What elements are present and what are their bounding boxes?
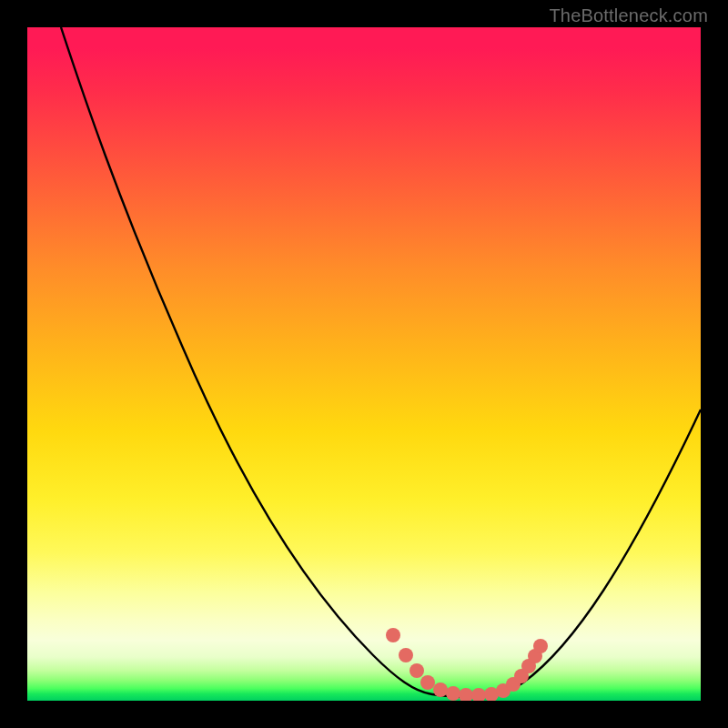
bottleneck-curve-svg [27,27,701,701]
chart-frame: TheBottleneck.com [0,0,728,728]
svg-point-4 [433,682,448,697]
bottleneck-curve [61,27,701,697]
highlight-dots [386,628,548,701]
svg-point-7 [471,688,486,701]
svg-point-0 [386,628,400,642]
svg-point-2 [410,663,424,678]
svg-point-5 [446,686,460,701]
svg-point-14 [533,639,548,653]
watermark-text: TheBottleneck.com [549,5,708,26]
svg-point-6 [459,688,473,701]
svg-point-1 [399,648,413,662]
svg-point-3 [420,675,435,690]
plot-area [27,27,701,701]
